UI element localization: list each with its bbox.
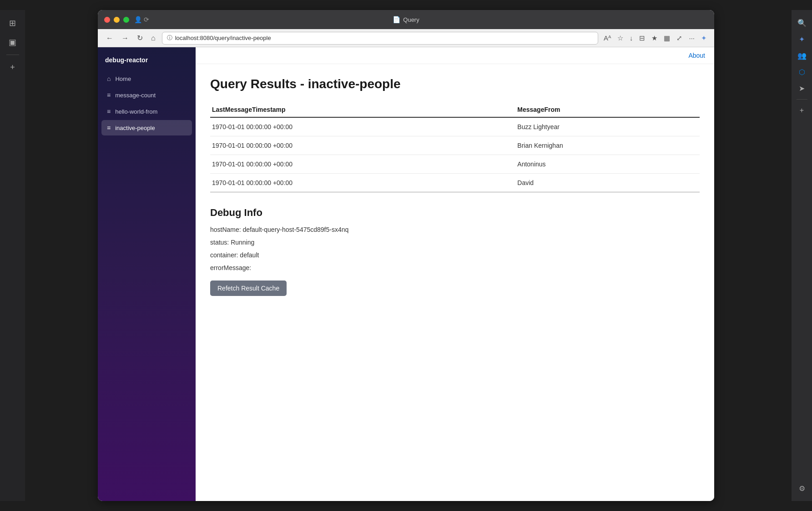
right-people-icon[interactable]: 👥 [795,48,809,63]
debug-section: Debug Info hostName: default-query-host-… [210,207,700,296]
sidebar-item-home-label: Home [115,75,131,82]
cell-from: David [515,174,700,192]
grid-icon-2: ≡ [107,108,111,115]
cell-from: Brian Kernighan [515,136,700,155]
wallet-icon[interactable]: ▦ [662,32,672,44]
favorites-icon[interactable]: ★ [650,32,659,44]
browser-window: 👤 ⟳ 📄 Query ← → ↻ ⌂ ⓘ localhost:8080/que… [98,10,714,501]
table-row: 1970-01-01 00:00:00 +00:00Antoninus [210,155,700,174]
profile-icon: 👤 [134,16,142,23]
right-outlook-icon[interactable]: ⬡ [795,65,809,79]
refetch-button[interactable]: Refetch Result Cache [210,281,287,296]
split-view-icon[interactable]: ⊟ [637,32,647,44]
refresh-button[interactable]: ↻ [134,32,146,44]
sidebar-item-hello-world-from-label: hello-world-from [115,108,157,115]
sidebar-item-inactive-people[interactable]: ≡ inactive-people [101,120,192,135]
download-icon[interactable]: ↓ [628,32,635,44]
grid-icon-3: ≡ [107,124,111,131]
left-panel-sep1 [6,55,19,55]
lock-icon: ⓘ [167,34,172,42]
left-panel-add-icon[interactable]: + [5,60,20,75]
url-text: localhost:8080/query/inactive-people [175,35,271,41]
debug-container: container: default [210,251,700,259]
macos-menubar [0,0,812,10]
sidebar-item-home[interactable]: ⌂ Home [101,71,192,86]
home-icon: ⌂ [107,75,111,82]
title-bar-extra-icons: 👤 ⟳ [134,16,149,23]
browser-content: debug-reactor ⌂ Home ≡ message-count ≡ h… [98,47,714,501]
maximize-button[interactable] [123,17,129,23]
right-panel: 🔍 ✦ 👥 ⬡ ➤ + ⚙ [792,10,812,501]
cell-from: Antoninus [515,155,700,174]
traffic-lights [104,17,129,23]
nav-right-icons: Aᴬ ☆ ↓ ⊟ ★ ▦ ⤢ ··· ✦ [602,32,709,44]
app-sidebar: debug-reactor ⌂ Home ≡ message-count ≡ h… [98,47,196,501]
cell-timestamp: 1970-01-01 00:00:00 +00:00 [210,174,515,192]
nav-bar: ← → ↻ ⌂ ⓘ localhost:8080/query/inactive-… [98,29,714,47]
main-body: Query Results - inactive-people LastMess… [196,64,714,501]
edge-copilot-icon[interactable]: ✦ [699,32,709,44]
cell-timestamp: 1970-01-01 00:00:00 +00:00 [210,136,515,155]
left-panel-doc-icon[interactable]: ▣ [5,35,20,50]
grid-icon-1: ≡ [107,91,111,99]
right-search-icon[interactable]: 🔍 [795,15,809,30]
page-title: Query Results - inactive-people [210,77,700,91]
main-content: About Query Results - inactive-people La… [196,47,714,501]
about-link[interactable]: About [688,52,705,59]
table-row: 1970-01-01 00:00:00 +00:00Buzz Lightyear [210,117,700,136]
debug-status: status: Running [210,239,700,246]
col-timestamp: LastMessageTimestamp [210,102,515,117]
home-button[interactable]: ⌂ [148,32,158,44]
refresh-tab-icon: ⟳ [144,16,149,23]
table-row: 1970-01-01 00:00:00 +00:00Brian Kernigha… [210,136,700,155]
debug-error: errorMessage: [210,264,700,271]
left-panel: ⊞ ▣ + [0,10,25,501]
more-icon[interactable]: ··· [687,32,696,44]
gear-icon[interactable]: ⚙ [795,481,809,496]
forward-button[interactable]: → [119,32,131,44]
window-title: 📄 Query [393,16,419,23]
results-table: LastMessageTimestamp MessageFrom 1970-01… [210,102,700,192]
back-button[interactable]: ← [103,32,116,44]
nav-buttons: ← → ↻ ⌂ [103,32,158,44]
sidebar-title: debug-reactor [98,51,196,69]
debug-title: Debug Info [210,207,700,219]
right-copilot-icon[interactable]: ✦ [795,32,809,46]
cell-timestamp: 1970-01-01 00:00:00 +00:00 [210,117,515,136]
title-label: Query [403,16,419,23]
right-sep1 [797,99,807,100]
col-from: MessageFrom [515,102,700,117]
bookmark-icon[interactable]: ☆ [615,32,625,44]
minimize-button[interactable] [114,17,120,23]
sidebar-item-message-count-label: message-count [115,92,156,99]
table-header-row: LastMessageTimestamp MessageFrom [210,102,700,117]
close-button[interactable] [104,17,110,23]
sidebar-item-message-count[interactable]: ≡ message-count [101,87,192,103]
cell-from: Buzz Lightyear [515,117,700,136]
right-send-icon[interactable]: ➤ [795,81,809,95]
debug-hostname: hostName: default-query-host-5475cd89f5-… [210,226,700,233]
right-add-icon[interactable]: + [795,103,809,118]
page-icon: 📄 [393,16,400,23]
table-header: LastMessageTimestamp MessageFrom [210,102,700,117]
address-bar[interactable]: ⓘ localhost:8080/query/inactive-people [162,32,598,45]
table-row: 1970-01-01 00:00:00 +00:00David [210,174,700,192]
title-bar: 👤 ⟳ 📄 Query [98,10,714,29]
text-size-icon[interactable]: Aᴬ [602,32,613,44]
main-header: About [196,47,714,64]
sidebar-item-hello-world-from[interactable]: ≡ hello-world-from [101,104,192,119]
share-icon[interactable]: ⤢ [675,32,684,44]
cell-timestamp: 1970-01-01 00:00:00 +00:00 [210,155,515,174]
table-body: 1970-01-01 00:00:00 +00:00Buzz Lightyear… [210,117,700,192]
sidebar-nav: ⌂ Home ≡ message-count ≡ hello-world-fro… [98,69,196,137]
left-panel-pages-icon[interactable]: ⊞ [5,15,20,31]
sidebar-item-inactive-people-label: inactive-people [115,125,155,131]
